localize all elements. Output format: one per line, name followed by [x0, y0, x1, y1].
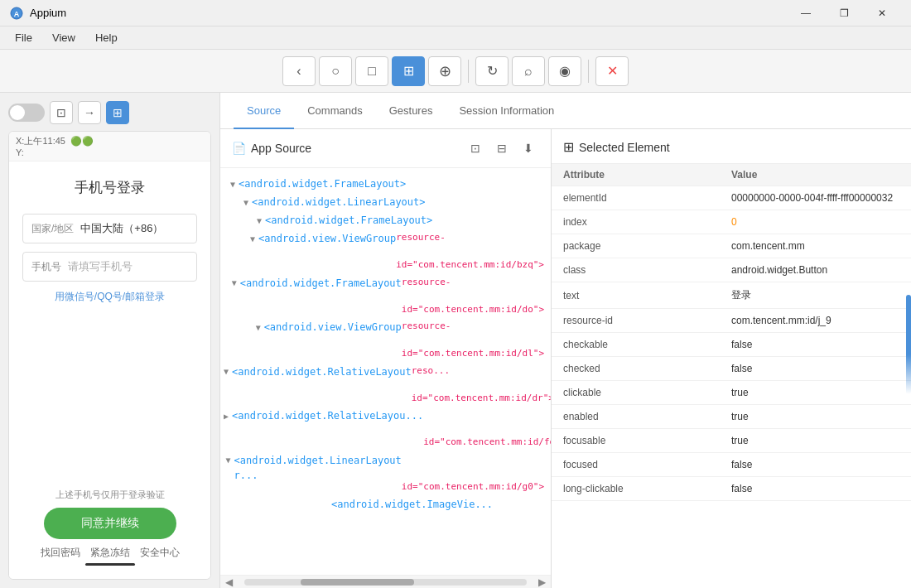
tree-toggle[interactable]: ▼ [253, 213, 265, 228]
download-source-btn[interactable]: ⬇ [518, 137, 539, 159]
tree-label: <android.widget.FrameLayout [240, 276, 402, 291]
attr-row-enabled: enabled true [552, 405, 911, 429]
scroll-right-arrow[interactable]: ▶ [533, 576, 551, 588]
maximize-button[interactable]: ❐ [825, 0, 863, 27]
tab-source[interactable]: Source [234, 93, 294, 129]
emergency-freeze-link[interactable]: 紧急冻结 [90, 546, 130, 560]
tree-toggle[interactable]: ▶ [220, 408, 232, 423]
device-frame: X:上午11:45 🟢🟢 Y: 手机号登录 国家/地区 中国大陆（+86） 手机… [8, 131, 211, 580]
attr-row-resource-id: resource-id com.tencent.mm:id/j_9 [552, 309, 911, 333]
tree-toggle[interactable]: ▼ [247, 231, 258, 246]
country-field[interactable]: 国家/地区 中国大陆（+86） [22, 214, 197, 243]
right-scroll-indicator [906, 295, 911, 394]
tree-node[interactable]: ▼ <android.widget.LinearLayout r... id="… [220, 451, 551, 496]
element-panel: ⊞ Selected Element Attribute Value eleme… [552, 129, 911, 588]
tree-toggle[interactable]: ▼ [253, 320, 264, 335]
source-title: 📄 App Source [232, 142, 311, 155]
tree-node[interactable]: ▼ <android.widget.FrameLayout> [220, 211, 551, 229]
source-title-text: App Source [251, 142, 311, 155]
attr-value: false [731, 459, 899, 470]
close-session-button[interactable]: ✕ [595, 56, 629, 86]
device-screen: 手机号登录 国家/地区 中国大陆（+86） 手机号 请填写手机号 用微信号/QQ… [9, 161, 210, 579]
attr-value: com.tencent.mm [731, 240, 899, 252]
tree-label: <android.widget.ImageVie... [331, 497, 493, 512]
tab-session[interactable]: Session Information [446, 93, 567, 129]
attr-name: package [563, 240, 731, 252]
minimize-button[interactable]: — [787, 0, 825, 27]
toggle-switch[interactable] [8, 104, 45, 122]
app-title: Appium [30, 7, 66, 19]
wechat-login-link[interactable]: 用微信号/QQ号/邮箱登录 [55, 290, 165, 304]
main-content: ⊡ → ⊞ X:上午11:45 🟢🟢 Y: 手机号登录 国家/地区 中国大陆（+… [0, 93, 911, 588]
tree-toggle[interactable]: ▼ [220, 364, 232, 379]
tree-toggle[interactable]: ▼ [223, 453, 234, 468]
page-indicator [85, 563, 135, 566]
tree-node[interactable]: ▼ <android.widget.FrameLayout resource- … [220, 274, 551, 319]
attr-header: Attribute Value [552, 164, 911, 186]
tree-attr: reso... id="com.tencent.mm:id/dr"> [412, 364, 551, 406]
scroll-left-arrow[interactable]: ◀ [220, 576, 238, 588]
inspect-button[interactable]: ⊞ [392, 56, 425, 86]
attr-value: true [731, 387, 899, 398]
square-button[interactable]: □ [355, 56, 388, 86]
source-scrollbar[interactable]: ◀ ▶ [220, 575, 551, 588]
eye-button[interactable]: ◉ [548, 56, 581, 86]
tree-node[interactable]: ▶ <android.widget.ImageVie... [220, 495, 551, 513]
tree-node[interactable]: ▼ <android.view.ViewGroup resource- id="… [220, 229, 551, 274]
attr-value: com.tencent.mm:id/j_9 [731, 315, 899, 326]
phone-label: 手机号 [31, 260, 61, 274]
bottom-note: 上述手机号仅用于登录验证 [55, 489, 165, 501]
menu-help[interactable]: Help [87, 28, 126, 47]
tree-label: <android.widget.FrameLayout> [239, 176, 406, 191]
attr-row-index: index 0 [552, 210, 911, 234]
attr-name: class [563, 264, 731, 276]
tree-toggle[interactable]: ▼ [227, 176, 239, 191]
source-tree: ▼ <android.widget.FrameLayout> ▼ <androi… [220, 168, 551, 575]
globe-button[interactable]: ⊕ [428, 56, 461, 86]
tap-button[interactable]: ⊞ [106, 101, 129, 124]
agree-button[interactable]: 同意并继续 [44, 508, 176, 539]
scrollbar-track[interactable] [244, 579, 527, 586]
home-button[interactable]: ○ [319, 56, 352, 86]
attr-name: index [563, 216, 731, 228]
tree-label: <android.widget.RelativeLayou... [232, 408, 423, 423]
tabs: Source Commands Gestures Session Informa… [220, 93, 911, 129]
search-button[interactable]: ⌕ [512, 56, 545, 86]
copy-source-btn[interactable]: ⊟ [491, 137, 513, 159]
menu-file[interactable]: File [7, 28, 41, 47]
swipe-button[interactable]: → [78, 101, 101, 124]
tab-content: 📄 App Source ⊡ ⊟ ⬇ ▼ <android.widget.Fra [220, 129, 911, 588]
attr-value: false [731, 363, 899, 374]
element-header: ⊞ Selected Element [552, 129, 911, 164]
tree-node[interactable]: ▼ <android.widget.RelativeLayout reso...… [220, 363, 551, 407]
screenshot-button[interactable]: ⊡ [50, 101, 73, 124]
element-table: Attribute Value elementId 00000000-0000-… [552, 164, 911, 588]
menu-view[interactable]: View [44, 28, 84, 47]
tree-label: <android.view.ViewGroup [264, 320, 402, 335]
tree-node[interactable]: ▼ <android.widget.FrameLayout> [220, 175, 551, 193]
toggle-knob [10, 105, 25, 120]
tab-gestures[interactable]: Gestures [376, 93, 446, 129]
tree-toggle[interactable]: ▼ [240, 195, 252, 210]
attr-name: elementId [563, 192, 731, 204]
back-button[interactable]: ‹ [282, 56, 316, 86]
tree-attr: resource- id="com.tencent.mm:id/dl"> [402, 320, 544, 361]
security-center-link[interactable]: 安全中心 [140, 546, 180, 560]
scrollbar-thumb[interactable] [301, 579, 413, 586]
recover-password-link[interactable]: 找回密码 [41, 546, 80, 560]
bottom-links: 找回密码 紧急冻结 安全中心 [41, 546, 180, 560]
tree-node[interactable]: ▶ <android.widget.RelativeLayou... id="c… [220, 407, 551, 451]
phone-placeholder: 请填写手机号 [68, 259, 133, 274]
tree-node[interactable]: ▼ <android.widget.LinearLayout> [220, 193, 551, 211]
tab-commands[interactable]: Commands [294, 93, 375, 129]
refresh-button[interactable]: ↻ [475, 56, 509, 86]
phone-field[interactable]: 手机号 请填写手机号 [22, 252, 197, 282]
attr-name: focusable [563, 435, 731, 446]
tree-node[interactable]: ▼ <android.view.ViewGroup resource- id="… [220, 318, 551, 363]
app-icon: A [10, 7, 23, 20]
tree-toggle[interactable]: ▼ [229, 276, 240, 291]
close-button[interactable]: ✕ [863, 0, 901, 27]
device-screen-title: 手机号登录 [75, 178, 145, 197]
x-coord: X:上午11:45 🟢🟢 [16, 136, 94, 146]
expand-icon-btn[interactable]: ⊡ [465, 137, 486, 159]
